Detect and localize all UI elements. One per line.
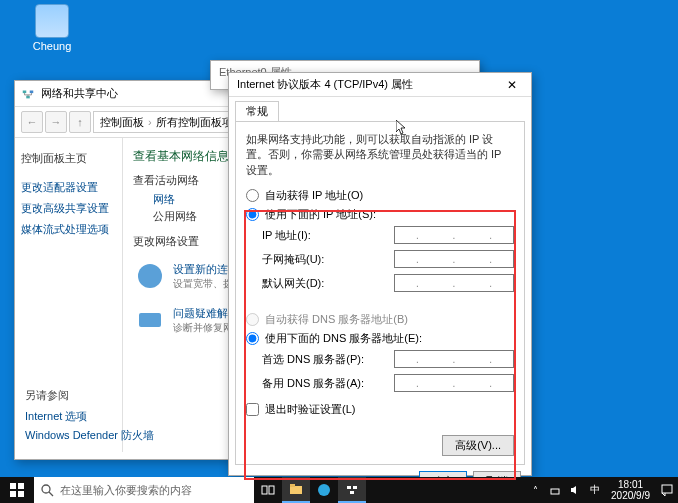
field-label: IP 地址(I): (262, 228, 394, 243)
crumb[interactable]: 控制面板 (100, 115, 144, 130)
taskbar-app-settings[interactable] (338, 477, 366, 503)
radio-input[interactable] (246, 189, 259, 202)
description-text: 如果网络支持此功能，则可以获取自动指派的 IP 设置。否则，你需要从网络系统管理… (246, 132, 514, 178)
field-label: 子网掩码(U): (262, 252, 394, 267)
svg-rect-11 (262, 486, 267, 494)
tab-panel: 如果网络支持此功能，则可以获取自动指派的 IP 设置。否则，你需要从网络系统管理… (235, 121, 525, 465)
radio-label: 自动获得 DNS 服务器地址(B) (265, 312, 408, 327)
action-center-button[interactable] (656, 483, 678, 497)
field-gateway: 默认网关(D): ... (262, 274, 514, 292)
svg-rect-14 (290, 484, 295, 487)
dialog-title: Internet 协议版本 4 (TCP/IPv4) 属性 (237, 77, 413, 92)
wizard-icon (133, 259, 167, 293)
see-also-link[interactable]: Internet 选项 (25, 407, 154, 426)
start-button[interactable] (0, 477, 34, 503)
desktop-icon-label: Cheung (22, 40, 82, 52)
field-mask: 子网掩码(U): ... (262, 250, 514, 268)
taskbar-app-explorer[interactable] (282, 477, 310, 503)
system-tray: ˄ 中 18:01 2020/9/9 (525, 477, 678, 503)
radio-use-ip[interactable]: 使用下面的 IP 地址(S): (246, 207, 514, 222)
radio-auto-ip[interactable]: 自动获得 IP 地址(O) (246, 188, 514, 203)
radio-input (246, 313, 259, 326)
tab-general[interactable]: 常规 (235, 101, 279, 121)
radio-label: 自动获得 IP 地址(O) (265, 188, 363, 203)
nav-item-media[interactable]: 媒体流式处理选项 (21, 219, 116, 240)
svg-point-15 (318, 484, 330, 496)
radio-use-dns[interactable]: 使用下面的 DNS 服务器地址(E): (246, 331, 514, 346)
ip-address-input[interactable]: ... (394, 226, 514, 244)
radio-label: 使用下面的 IP 地址(S): (265, 207, 376, 222)
network-icon (21, 87, 35, 101)
svg-rect-12 (269, 486, 274, 494)
svg-rect-1 (30, 90, 34, 93)
radio-input[interactable] (246, 332, 259, 345)
close-button[interactable]: ✕ (497, 76, 527, 94)
tray-network-icon[interactable] (545, 484, 565, 496)
radio-input[interactable] (246, 208, 259, 221)
clock-date: 2020/9/9 (611, 490, 650, 501)
nav-forward-button[interactable]: → (45, 111, 67, 133)
svg-rect-5 (10, 483, 16, 489)
svg-point-9 (42, 485, 50, 493)
see-also-link[interactable]: Windows Defender 防火墙 (25, 426, 154, 445)
window-title: 网络和共享中心 (41, 86, 118, 101)
dialog-titlebar[interactable]: Internet 协议版本 4 (TCP/IPv4) 属性 ✕ (229, 73, 531, 97)
search-placeholder: 在这里输入你要搜索的内容 (60, 483, 192, 498)
svg-rect-6 (18, 483, 24, 489)
svg-rect-17 (353, 486, 357, 489)
see-also-header: 另请参阅 (25, 388, 154, 403)
nav-up-button[interactable]: ↑ (69, 111, 91, 133)
gateway-input[interactable]: ... (394, 274, 514, 292)
checkbox-label: 退出时验证设置(L) (265, 402, 355, 417)
task-view-button[interactable] (254, 477, 282, 503)
nav-item-sharing[interactable]: 更改高级共享设置 (21, 198, 116, 219)
crumb[interactable]: 所有控制面板项 (156, 115, 233, 130)
radio-auto-dns: 自动获得 DNS 服务器地址(B) (246, 312, 514, 327)
nav-home[interactable]: 控制面板主页 (21, 148, 116, 169)
validate-checkbox-row[interactable]: 退出时验证设置(L) (246, 402, 514, 417)
radio-label: 使用下面的 DNS 服务器地址(E): (265, 331, 422, 346)
svg-line-10 (49, 492, 53, 496)
field-pref-dns: 首选 DNS 服务器(P): ... (262, 350, 514, 368)
svg-rect-0 (23, 90, 27, 93)
nav-item-adapter[interactable]: 更改适配器设置 (21, 177, 116, 198)
nav-back-button[interactable]: ← (21, 111, 43, 133)
svg-rect-4 (139, 313, 161, 327)
svg-rect-13 (290, 486, 302, 494)
troubleshoot-icon (133, 303, 167, 337)
subnet-mask-input[interactable]: ... (394, 250, 514, 268)
svg-rect-18 (350, 491, 354, 494)
tray-ime-indicator[interactable]: 中 (585, 483, 605, 497)
taskbar-clock[interactable]: 18:01 2020/9/9 (605, 479, 656, 501)
tray-chevron-up-icon[interactable]: ˄ (525, 485, 545, 496)
clock-time: 18:01 (611, 479, 650, 490)
field-ip: IP 地址(I): ... (262, 226, 514, 244)
taskbar: 在这里输入你要搜索的内容 ˄ 中 18:01 2020/9/9 (0, 477, 678, 503)
search-icon (40, 483, 54, 497)
chevron-right-icon: › (148, 116, 152, 128)
field-label: 首选 DNS 服务器(P): (262, 352, 394, 367)
validate-checkbox[interactable] (246, 403, 259, 416)
advanced-button[interactable]: 高级(V)... (442, 435, 514, 456)
svg-rect-19 (551, 489, 559, 494)
ipv4-properties-dialog: Internet 协议版本 4 (TCP/IPv4) 属性 ✕ 常规 如果网络支… (228, 72, 532, 476)
taskbar-app-edge[interactable] (310, 477, 338, 503)
svg-rect-20 (662, 485, 672, 493)
folder-icon (35, 4, 69, 38)
preferred-dns-input[interactable]: ... (394, 350, 514, 368)
desktop-icon-user[interactable]: Cheung (22, 4, 82, 52)
taskbar-search[interactable]: 在这里输入你要搜索的内容 (34, 477, 254, 503)
svg-point-3 (138, 264, 162, 288)
tray-volume-icon[interactable] (565, 484, 585, 496)
svg-rect-8 (18, 491, 24, 497)
field-alt-dns: 备用 DNS 服务器(A): ... (262, 374, 514, 392)
see-also: 另请参阅 Internet 选项 Windows Defender 防火墙 (25, 388, 154, 445)
svg-rect-16 (347, 486, 351, 489)
field-label: 默认网关(D): (262, 276, 394, 291)
field-label: 备用 DNS 服务器(A): (262, 376, 394, 391)
alternate-dns-input[interactable]: ... (394, 374, 514, 392)
svg-rect-7 (10, 491, 16, 497)
